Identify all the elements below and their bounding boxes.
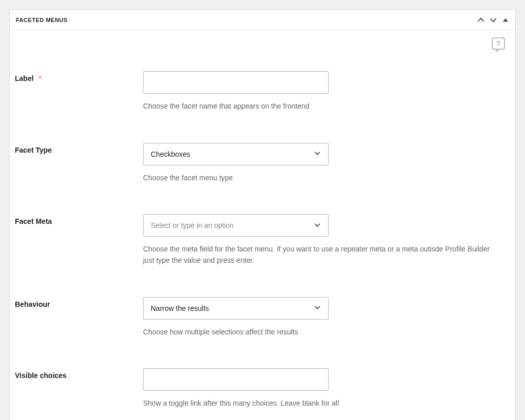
help-icon[interactable]: ? [491, 37, 506, 53]
facet-meta-input-col: Select or type in an option Choose the m… [143, 214, 502, 266]
behaviour-value: Narrow the results [151, 304, 209, 312]
label-input[interactable] [143, 71, 329, 94]
required-mark: * [38, 74, 41, 82]
chevron-down-icon [314, 150, 321, 158]
row-facet-meta: Facet Meta Select or type in an option C… [15, 214, 510, 266]
row-visible-choices: Visible choices Show a toggle link after… [15, 368, 510, 409]
behaviour-help: Choose how multiple selections affect th… [143, 327, 502, 338]
facet-type-select[interactable]: Checkboxes [143, 143, 329, 165]
chevron-down-icon [314, 304, 321, 312]
facet-meta-select[interactable]: Select or type in an option [143, 214, 329, 237]
behaviour-label: Behaviour [15, 297, 143, 338]
facet-type-label: Facet Type [15, 143, 143, 184]
panel-title: FACETED MENUS [16, 17, 68, 23]
panel-header: FACETED MENUS [10, 10, 515, 30]
facet-type-input-col: Checkboxes Choose the facet menu type [143, 143, 502, 184]
facet-meta-label: Facet Meta [15, 214, 143, 266]
row-facet-type: Facet Type Checkboxes Choose the facet m… [15, 143, 510, 184]
label-text: Label [15, 74, 34, 82]
row-label: Label * Choose the facet name that appea… [15, 71, 510, 112]
panel-body: ? Label * Choose the facet name that app… [10, 30, 515, 420]
facet-meta-help: Choose the meta field for the facet menu… [143, 244, 502, 266]
facet-type-help: Choose the facet menu type [143, 173, 502, 184]
collapse-icon[interactable] [502, 16, 509, 24]
svg-text:?: ? [496, 39, 500, 48]
move-up-icon[interactable] [477, 16, 484, 24]
panel-controls [477, 16, 509, 24]
visible-choices-input-col: Show a toggle link after this many choic… [143, 368, 502, 409]
visible-choices-help: Show a toggle link after this many choic… [143, 398, 502, 409]
label-help: Choose the facet name that appears on th… [143, 101, 502, 112]
faceted-menus-panel: FACETED MENUS ? Label * [9, 9, 516, 420]
facet-type-value: Checkboxes [151, 150, 190, 158]
visible-choices-label: Visible choices [15, 368, 143, 409]
label-label: Label * [15, 71, 143, 112]
label-input-col: Choose the facet name that appears on th… [143, 71, 502, 112]
facet-meta-placeholder: Select or type in an option [151, 221, 234, 229]
move-down-icon[interactable] [490, 16, 497, 24]
visible-choices-input[interactable] [143, 368, 329, 391]
behaviour-select[interactable]: Narrow the results [143, 297, 329, 320]
behaviour-input-col: Narrow the results Choose how multiple s… [143, 297, 502, 338]
row-behaviour: Behaviour Narrow the results Choose how … [15, 297, 510, 338]
chevron-down-icon [314, 221, 321, 230]
